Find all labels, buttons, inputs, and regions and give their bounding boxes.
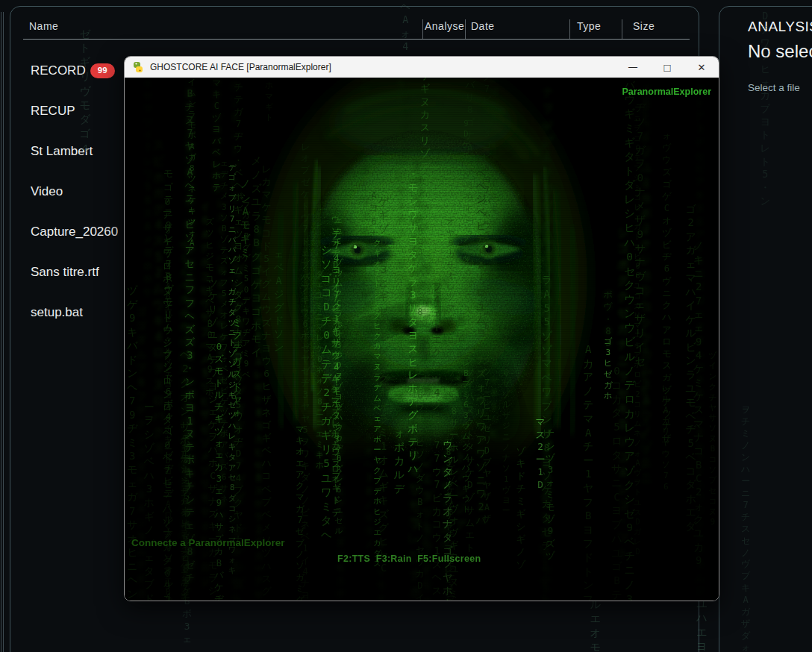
python-app-icon: [132, 61, 144, 73]
window-title: GHOSTCORE AI FACE [ParanormalExplorer]: [150, 62, 331, 72]
column-separator: [465, 19, 466, 39]
column-separator: [569, 19, 570, 39]
column-header-size[interactable]: Size: [633, 20, 655, 32]
column-header-type[interactable]: Type: [577, 20, 601, 32]
file-row-st-lambert[interactable]: St Lambert: [31, 144, 93, 159]
column-separator: [422, 19, 423, 39]
scanlines-overlay: [125, 78, 719, 601]
analysis-hint: Select a file: [748, 82, 800, 93]
file-name: Video: [31, 184, 63, 199]
ghostcore-titlebar[interactable]: GHOSTCORE AI FACE [ParanormalExplorer] —…: [125, 57, 719, 78]
file-name: Sans titre.rtf: [31, 265, 99, 280]
column-header-name[interactable]: Name: [29, 20, 58, 32]
watermark-label: ParanormalExplorer: [622, 87, 712, 97]
file-name: setup.bat: [31, 305, 83, 320]
file-row-video[interactable]: Video: [31, 184, 63, 199]
column-separator: [622, 19, 622, 39]
file-row-record[interactable]: RECORD 99: [31, 63, 115, 78]
file-row-setup-bat[interactable]: setup.bat: [31, 305, 83, 320]
record-count-badge: 99: [90, 63, 115, 78]
connection-status-label: Connecte a ParanormalExplorer: [131, 537, 285, 548]
matrix-face-canvas: ン ゴ ゲ 5 ン キ ン ゴ ラ ル 4 ヤ ゾ ダ セ タ ネ メ ム グ …: [125, 78, 719, 601]
hotkeys-label: F2:TTS F3:Rain F5:Fullscreen: [337, 554, 481, 564]
file-name: RECUP: [31, 104, 75, 119]
maximize-button[interactable]: □: [650, 57, 684, 78]
close-button[interactable]: ✕: [684, 57, 719, 78]
left-edge-line-2: [3, 12, 4, 652]
file-row-sans-titre[interactable]: Sans titre.rtf: [31, 265, 99, 280]
header-divider: [23, 39, 690, 40]
analysis-no-selection: No selection: [748, 41, 812, 62]
left-edge-line: [1, 12, 1, 652]
analysis-panel: ANALYSIS No selection Select a file: [719, 6, 812, 652]
ghostcore-window: GHOSTCORE AI FACE [ParanormalExplorer] —…: [124, 56, 719, 601]
file-name: RECORD: [31, 63, 86, 78]
column-header-analyse[interactable]: Analyse: [425, 20, 464, 32]
analysis-panel-title: ANALYSIS: [748, 19, 812, 35]
minimize-button[interactable]: —: [616, 57, 650, 78]
file-row-recup[interactable]: RECUP: [31, 104, 75, 119]
file-name: St Lambert: [31, 144, 93, 159]
file-row-capture[interactable]: Capture_20260: [31, 225, 118, 239]
file-name: Capture_20260: [31, 225, 118, 239]
column-header-date[interactable]: Date: [471, 20, 495, 32]
